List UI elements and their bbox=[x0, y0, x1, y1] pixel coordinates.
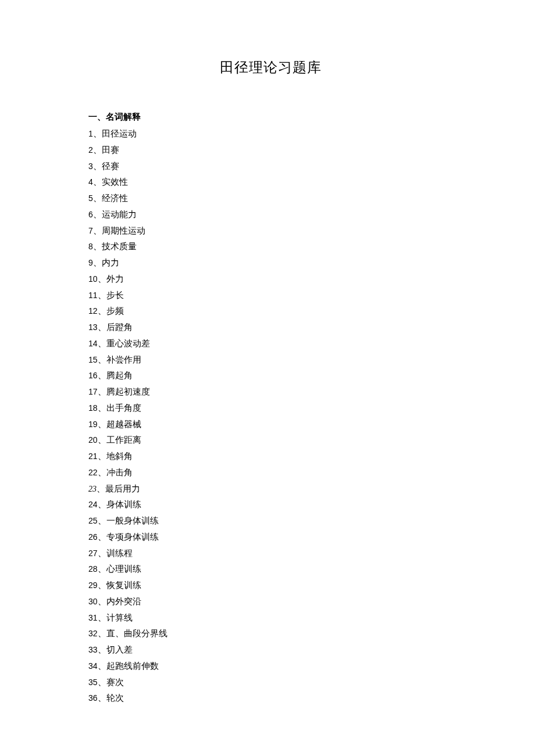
item-separator: 、 bbox=[98, 581, 106, 590]
item-number: 29 bbox=[88, 581, 98, 590]
item-text: 轮次 bbox=[106, 693, 124, 703]
item-number: 8 bbox=[88, 242, 93, 251]
list-item: 15、补尝作用 bbox=[76, 352, 465, 368]
item-number: 31 bbox=[88, 613, 98, 622]
item-text: 外力 bbox=[106, 274, 124, 284]
item-separator: 、 bbox=[98, 613, 106, 622]
item-text: 田径运动 bbox=[102, 129, 137, 138]
item-number: 9 bbox=[88, 258, 93, 267]
item-number: 23 bbox=[88, 485, 97, 493]
item-number: 20 bbox=[88, 435, 98, 445]
item-separator: 、 bbox=[93, 258, 102, 267]
list-item: 12、步频 bbox=[76, 303, 465, 320]
item-number: 15 bbox=[88, 355, 98, 364]
item-number: 3 bbox=[88, 162, 93, 171]
list-item: 35、赛次 bbox=[76, 675, 465, 691]
item-number: 4 bbox=[88, 177, 93, 187]
item-separator: 、 bbox=[98, 435, 106, 445]
item-number: 25 bbox=[88, 516, 98, 525]
list-item: 13、后蹬角 bbox=[76, 320, 465, 336]
item-separator: 、 bbox=[98, 661, 106, 671]
item-separator: 、 bbox=[98, 306, 106, 316]
item-separator: 、 bbox=[98, 549, 106, 558]
list-item: 33、切入差 bbox=[76, 642, 465, 658]
list-item: 2、田赛 bbox=[76, 142, 465, 159]
item-separator: 、 bbox=[98, 645, 106, 654]
list-item: 31、计算线 bbox=[76, 610, 465, 626]
list-item: 1、田径运动 bbox=[76, 126, 465, 142]
item-separator: 、 bbox=[98, 516, 106, 525]
item-separator: 、 bbox=[98, 291, 106, 300]
item-number: 27 bbox=[88, 549, 98, 558]
item-text: 田赛 bbox=[102, 145, 119, 155]
item-number: 26 bbox=[88, 532, 98, 542]
item-number: 30 bbox=[88, 597, 98, 606]
item-text: 内力 bbox=[102, 258, 119, 267]
item-text: 实效性 bbox=[102, 177, 128, 187]
item-separator: 、 bbox=[98, 371, 106, 380]
list-item: 25、一般身体训练 bbox=[76, 513, 465, 529]
item-number: 1 bbox=[88, 129, 93, 138]
item-separator: 、 bbox=[98, 387, 106, 396]
item-separator: 、 bbox=[93, 210, 102, 219]
list-item: 5、经济性 bbox=[76, 191, 465, 207]
list-item: 28、心理训练 bbox=[76, 561, 465, 578]
list-item: 4、实效性 bbox=[76, 174, 465, 191]
item-separator: 、 bbox=[98, 500, 106, 509]
item-separator: 、 bbox=[98, 564, 106, 574]
item-text: 径赛 bbox=[102, 162, 119, 171]
item-number: 14 bbox=[88, 339, 98, 348]
item-text: 赛次 bbox=[106, 678, 124, 687]
item-text: 直、曲段分界线 bbox=[106, 629, 167, 638]
list-item: 24、身体训练 bbox=[76, 497, 465, 513]
item-number: 24 bbox=[88, 500, 98, 509]
item-separator: 、 bbox=[98, 693, 106, 703]
item-separator: 、 bbox=[98, 355, 106, 364]
list-item: 16、腾起角 bbox=[76, 368, 465, 384]
item-separator: 、 bbox=[98, 597, 106, 606]
section-heading: 一、名词解释 bbox=[76, 112, 465, 123]
term-list: 1、田径运动2、田赛3、径赛4、实效性5、经济性6、运动能力7、周期性运动8、技… bbox=[76, 126, 465, 707]
item-separator: 、 bbox=[98, 678, 106, 687]
item-number: 17 bbox=[88, 387, 98, 396]
document-page: 田径理论习题库 一、名词解释 1、田径运动2、田赛3、径赛4、实效性5、经济性6… bbox=[0, 0, 535, 741]
item-text: 切入差 bbox=[106, 645, 133, 654]
item-number: 33 bbox=[88, 645, 98, 654]
list-item: 19、超越器械 bbox=[76, 417, 465, 433]
item-text: 步长 bbox=[106, 291, 124, 300]
item-number: 16 bbox=[88, 371, 98, 380]
item-number: 7 bbox=[88, 226, 93, 235]
item-text: 心理训练 bbox=[106, 564, 141, 574]
item-separator: 、 bbox=[98, 532, 106, 542]
list-item: 27、训练程 bbox=[76, 546, 465, 562]
list-item: 29、恢复训练 bbox=[76, 578, 465, 594]
list-item: 7、周期性运动 bbox=[76, 223, 465, 239]
item-text: 最后用力 bbox=[105, 484, 140, 493]
item-number: 32 bbox=[88, 629, 98, 638]
list-item: 26、专项身体训练 bbox=[76, 529, 465, 546]
item-separator: 、 bbox=[98, 452, 106, 461]
item-number: 19 bbox=[88, 420, 98, 429]
list-item: 20、工作距离 bbox=[76, 432, 465, 449]
item-text: 运动能力 bbox=[102, 210, 137, 219]
item-text: 工作距离 bbox=[106, 435, 141, 445]
item-text: 内外突沿 bbox=[106, 597, 141, 606]
item-number: 6 bbox=[88, 210, 93, 219]
item-separator: 、 bbox=[98, 274, 106, 284]
list-item: 17、腾起初速度 bbox=[76, 384, 465, 400]
item-separator: 、 bbox=[93, 194, 102, 203]
item-text: 补尝作用 bbox=[106, 355, 141, 364]
list-item: 21、地斜角 bbox=[76, 449, 465, 465]
item-text: 周期性运动 bbox=[102, 226, 145, 235]
list-item: 30、内外突沿 bbox=[76, 594, 465, 610]
item-text: 后蹬角 bbox=[106, 323, 133, 332]
list-item: 11、步长 bbox=[76, 288, 465, 304]
item-text: 重心波动差 bbox=[106, 339, 150, 348]
list-item: 10、外力 bbox=[76, 271, 465, 288]
item-number: 36 bbox=[88, 693, 98, 703]
item-separator: 、 bbox=[93, 242, 102, 251]
item-text: 经济性 bbox=[102, 194, 128, 203]
document-title: 田径理论习题库 bbox=[76, 58, 465, 77]
list-item: 14、重心波动差 bbox=[76, 336, 465, 352]
item-number: 2 bbox=[88, 145, 93, 155]
